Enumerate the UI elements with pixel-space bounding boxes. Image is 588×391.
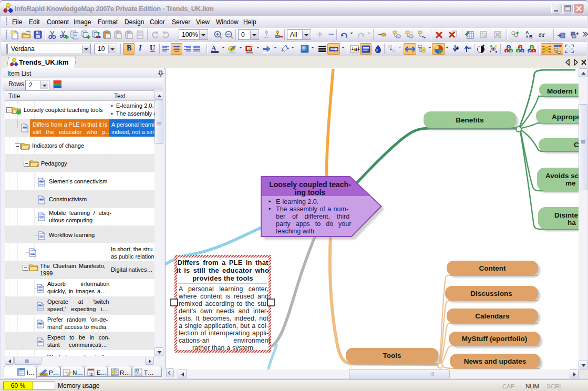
svg-text:Calendars: Calendars [475, 312, 509, 320]
svg-text:2: 2 [529, 49, 531, 53]
svg-text:2: 2 [508, 46, 510, 49]
svg-text:lection of interoperating appl: lection of interoperating appli- [179, 330, 269, 337]
svg-text:Tools: Tools [383, 352, 401, 359]
svg-text:A: A [136, 369, 139, 373]
svg-text:Content: Content [479, 264, 506, 272]
svg-text:where content is reused and: where content is reused and [178, 293, 269, 300]
svg-text:6d: 6d [539, 32, 545, 38]
svg-text:News and updates: News and updates [464, 357, 527, 365]
svg-text:1: 1 [533, 49, 535, 53]
svg-text:1: 1 [506, 49, 508, 53]
svg-text:3: 3 [517, 49, 519, 53]
svg-text:Benefits: Benefits [456, 116, 483, 124]
svg-text:3: 3 [510, 49, 512, 53]
svg-text:E-learning 2.0.: E-learning 2.0. [276, 198, 318, 205]
svg-text:MyStuff (eportfolio): MyStuff (eportfolio) [462, 335, 527, 343]
svg-text:Loosely coupled teach-: Loosely coupled teach- [269, 180, 351, 189]
svg-text:ha: ha [568, 219, 576, 227]
svg-text:teaching with: teaching with [276, 228, 314, 235]
svg-text:+a+: +a+ [351, 46, 360, 52]
svg-text:cations-an environment: cations-an environment [179, 337, 271, 344]
svg-text:Discussions: Discussions [470, 290, 512, 297]
svg-text:a single application, but a co: a single application, but a col- [179, 322, 269, 330]
svg-text:remixed according to the stu-: remixed according to the stu- [179, 300, 269, 307]
svg-text:me: me [565, 179, 576, 187]
svg-text:Appropr: Appropr [552, 113, 579, 121]
svg-text:A: A [211, 44, 216, 52]
svg-text:The assembly of a num-: The assembly of a num- [276, 205, 348, 213]
svg-text:2: 2 [521, 49, 523, 53]
svg-text:2: 2 [90, 372, 93, 376]
svg-text:Modern l: Modern l [547, 87, 576, 95]
svg-text:provides the tools: provides the tools [192, 274, 253, 282]
svg-text:A: A [525, 30, 529, 35]
svg-text:1: 1 [519, 46, 521, 49]
svg-text:it is still the educator who: it is still the educator who [177, 266, 269, 274]
svg-text:ing tools: ing tools [295, 188, 326, 197]
svg-text:C: C [574, 141, 579, 149]
svg-text:•: • [269, 198, 271, 205]
svg-text:ber of different, third: ber of different, third [276, 213, 349, 220]
svg-text:3: 3 [531, 46, 533, 49]
svg-text:•: • [269, 205, 271, 213]
svg-text:A personal learning center,: A personal learning center, [179, 285, 269, 293]
svg-text:rather than a system: rather than a system [192, 344, 253, 352]
svg-text:Disinte: Disinte [554, 211, 579, 219]
svg-text:ests. It becomes, indeed, not: ests. It becomes, indeed, not [179, 315, 269, 322]
svg-text:B: B [529, 34, 533, 39]
svg-text:Avoids sc: Avoids sc [545, 172, 579, 180]
svg-text:Differs from a PLE in that: Differs from a PLE in that [177, 259, 269, 266]
svg-text:party apps to do your: party apps to do your [276, 220, 351, 228]
svg-text:dent's own needs and inter-: dent's own needs and inter- [179, 307, 269, 315]
